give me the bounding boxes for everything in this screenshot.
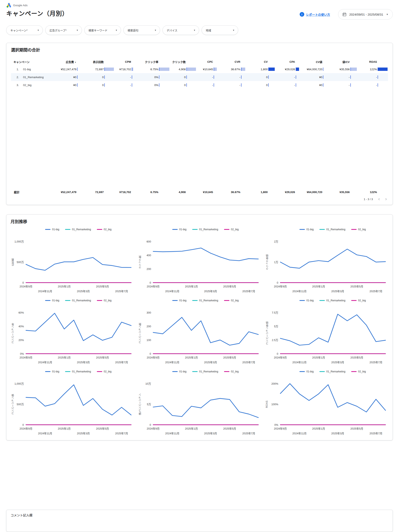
metric-bar: [186, 83, 197, 87]
metric-value: -: [212, 76, 213, 79]
svg-text:2025年7月: 2025年7月: [369, 290, 382, 293]
legend-swatch: [172, 229, 178, 230]
metric-cell: -: [197, 83, 224, 87]
svg-text:2025年1月: 2025年1月: [58, 285, 71, 288]
metric-value: ¥64,000,720: [307, 68, 322, 71]
column-header-3[interactable]: CPM: [115, 60, 142, 63]
svg-text:1,000万: 1,000万: [14, 240, 24, 243]
chart-clicks-plot: 02004006002024年9月2024年11月2025年1月2025年3月2…: [138, 232, 261, 294]
svg-text:2025年1月: 2025年1月: [185, 356, 198, 359]
total-value: ¥10,645: [197, 190, 224, 194]
legend-label: 02_big: [231, 370, 239, 373]
column-header-9[interactable]: CPA: [279, 60, 306, 63]
svg-text:7.5万: 7.5万: [272, 311, 278, 314]
pagination-label: 1 - 3 / 3: [364, 198, 373, 201]
svg-text:2025年7月: 2025年7月: [369, 432, 382, 435]
legend-swatch: [351, 229, 357, 230]
legend-label: 01_Remarketing: [72, 299, 91, 302]
svg-text:60%: 60%: [19, 311, 24, 314]
metric-cell: -: [333, 76, 361, 79]
metric-cell: ¥35,556: [333, 68, 361, 71]
legend-swatch: [45, 371, 51, 372]
svg-text:5万: 5万: [147, 403, 151, 406]
metric-bar: [132, 68, 142, 71]
next-page-button[interactable]: ›: [385, 197, 387, 201]
svg-text:2025年7月: 2025年7月: [115, 432, 128, 435]
filter-search-keyword[interactable]: 検索キーワード▼: [84, 25, 121, 35]
table-row: 1.01-big¥52,247,47972,697¥718,7026.75%4,…: [11, 65, 388, 73]
legend-swatch: [351, 300, 357, 301]
chart-clicks-ylabel: クリック数: [138, 241, 142, 283]
column-header-11[interactable]: 値/CV: [333, 60, 361, 64]
metric-value: ¥0: [319, 76, 322, 79]
date-range-value: 2024/09/01 - 2025/08/31: [349, 13, 383, 16]
metric-cell: -: [361, 76, 388, 79]
legend-item-02_big: 02_big: [351, 370, 366, 373]
report-help-link[interactable]: i レポートの使い方: [300, 12, 330, 17]
metric-cell: -: [279, 76, 306, 79]
legend-swatch: [172, 300, 178, 301]
legend-item-02_big: 02_big: [224, 299, 239, 302]
metric-cell: ¥0: [60, 83, 88, 87]
column-header-7[interactable]: CVR: [224, 60, 252, 63]
metric-bar: [214, 83, 224, 87]
column-header-12[interactable]: ROAS: [361, 60, 388, 63]
svg-text:2024年9月: 2024年9月: [274, 427, 287, 430]
metric-bar: [104, 83, 115, 87]
metric-cell: 72,697: [88, 68, 115, 71]
comment-card[interactable]: コメント記入欄: [6, 510, 393, 532]
metric-cell: -: [115, 76, 142, 79]
campaign-name: 01_Remarketing: [21, 76, 60, 79]
filter-search-term[interactable]: 検索語句▼: [123, 25, 160, 35]
help-link-text[interactable]: レポートの使い方: [306, 12, 330, 17]
chart-cvr-ylabel: コンバージョン率: [11, 313, 15, 354]
metric-bar: [77, 83, 88, 87]
column-header-4[interactable]: クリック率: [142, 60, 170, 64]
legend-item-01_Remarketing: 01_Remarketing: [65, 299, 91, 302]
calendar-icon: [342, 13, 346, 16]
svg-text:2025年7月: 2025年7月: [242, 432, 255, 435]
prev-page-button[interactable]: ‹: [378, 197, 380, 201]
column-header-2[interactable]: 表示回数: [88, 60, 115, 64]
chevron-down-icon: ▼: [37, 29, 39, 31]
filter-search-term-label: 検索語句: [128, 28, 138, 32]
filter-ad-group[interactable]: 広告グループ*▼: [45, 25, 82, 35]
metric-value: ¥0: [319, 83, 322, 87]
total-value: ¥64,000,720: [306, 190, 334, 194]
svg-text:2025年3月: 2025年3月: [204, 290, 217, 293]
total-value: 1,800: [252, 190, 279, 194]
legend-label: 01-big: [179, 370, 186, 373]
svg-text:2024年9月: 2024年9月: [147, 427, 160, 430]
svg-text:2025年3月: 2025年3月: [204, 432, 217, 435]
svg-text:500万: 500万: [17, 261, 24, 264]
chart-conv-value-plot: 0500万1,000万2024年9月2024年11月2025年1月2025年3月…: [11, 374, 134, 437]
chart-ad-cost: 01-big01_Remarketing02_big0500万1,000万202…: [11, 227, 134, 294]
column-header-5[interactable]: クリック数: [169, 60, 197, 64]
metric-value: 6.75%: [151, 68, 158, 71]
legend-swatch: [299, 229, 305, 230]
total-value: 4,908: [169, 190, 197, 194]
filter-region[interactable]: 地域▼: [202, 25, 238, 35]
chart-cpa-plot: 02.5万5万7.5万2024年9月2024年11月2025年1月2025年3月…: [265, 303, 388, 365]
column-header-0[interactable]: キャンペーン: [11, 60, 60, 64]
column-header-10[interactable]: CV値: [306, 60, 334, 64]
date-range-picker[interactable]: 2024/09/01 - 2025/08/31 ▼: [338, 9, 393, 19]
filter-search-keyword-label: 検索キーワード: [89, 28, 108, 32]
legend-item-01_Remarketing: 01_Remarketing: [319, 299, 345, 302]
charts-title: 月別推移: [11, 218, 388, 224]
legend-item-01_Remarketing: 01_Remarketing: [65, 228, 91, 231]
chart-cpa: 01-big01_Remarketing02_big02.5万5万7.5万202…: [265, 298, 388, 365]
legend-swatch: [65, 371, 70, 372]
svg-text:2024年11月: 2024年11月: [292, 432, 306, 435]
metric-cell: -: [197, 76, 224, 79]
metric-cell: 0: [169, 83, 197, 87]
column-header-1[interactable]: 広告費▼: [60, 60, 88, 64]
table-body: 1.01-big¥52,247,47972,697¥718,7026.75%4,…: [11, 65, 388, 89]
filter-device[interactable]: デバイス▼: [163, 25, 199, 35]
filter-campaign[interactable]: キャンペーン*▼: [6, 25, 43, 35]
column-header-6[interactable]: CPC: [197, 60, 224, 63]
column-header-8[interactable]: CV: [252, 60, 279, 63]
total-value: 6.75%: [142, 190, 170, 194]
metric-cell: ¥718,702: [115, 68, 142, 71]
charts-card: 月別推移 01-big01_Remarketing02_big0500万1,00…: [6, 215, 393, 440]
